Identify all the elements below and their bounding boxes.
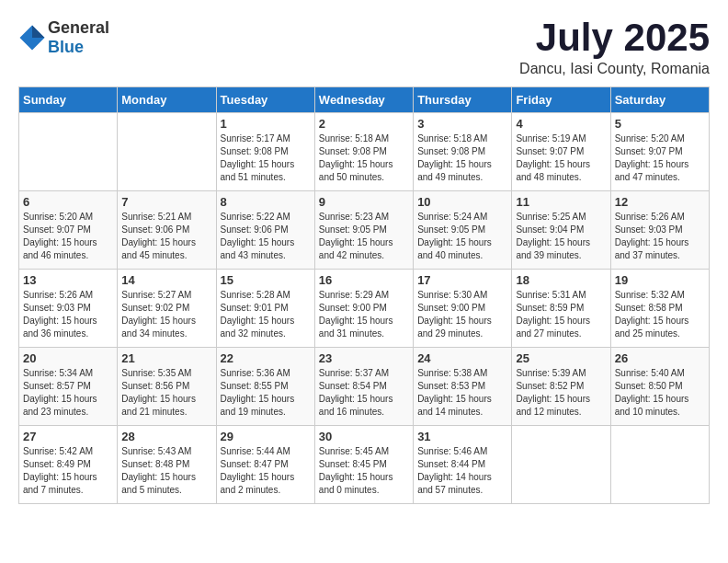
- day-number: 8: [221, 195, 311, 209]
- calendar-table: SundayMondayTuesdayWednesdayThursdayFrid…: [18, 86, 710, 504]
- calendar-cell: 16Sunrise: 5:29 AM Sunset: 9:00 PM Dayli…: [314, 270, 413, 348]
- svg-marker-1: [32, 26, 45, 39]
- calendar-cell: 22Sunrise: 5:36 AM Sunset: 8:55 PM Dayli…: [216, 348, 314, 426]
- day-number: 7: [121, 195, 211, 209]
- day-number: 6: [23, 195, 113, 209]
- week-row-3: 20Sunrise: 5:34 AM Sunset: 8:57 PM Dayli…: [19, 348, 710, 426]
- calendar-cell: 5Sunrise: 5:20 AM Sunset: 9:07 PM Daylig…: [610, 113, 709, 191]
- cell-info: Sunrise: 5:19 AM Sunset: 9:07 PM Dayligh…: [516, 132, 606, 184]
- calendar-cell: 11Sunrise: 5:25 AM Sunset: 9:04 PM Dayli…: [512, 191, 610, 270]
- page-header: General Blue July 2025 Dancu, Iasi Count…: [18, 18, 710, 77]
- calendar-cell: [512, 426, 610, 504]
- day-number: 30: [319, 430, 409, 443]
- cell-info: Sunrise: 5:46 AM Sunset: 8:44 PM Dayligh…: [417, 445, 507, 497]
- calendar-cell: 13Sunrise: 5:26 AM Sunset: 9:03 PM Dayli…: [19, 270, 118, 348]
- logo-icon: [18, 24, 46, 52]
- day-number: 23: [319, 351, 409, 365]
- month-title: July 2025: [519, 18, 710, 57]
- calendar-cell: 8Sunrise: 5:22 AM Sunset: 9:06 PM Daylig…: [216, 191, 314, 270]
- logo: General Blue: [18, 18, 109, 57]
- cell-info: Sunrise: 5:43 AM Sunset: 8:48 PM Dayligh…: [121, 445, 211, 497]
- day-number: 10: [417, 195, 507, 209]
- calendar-cell: 26Sunrise: 5:40 AM Sunset: 8:50 PM Dayli…: [610, 348, 709, 426]
- calendar-cell: 19Sunrise: 5:32 AM Sunset: 8:58 PM Dayli…: [610, 270, 709, 348]
- header-monday: Monday: [118, 87, 216, 113]
- calendar-cell: 14Sunrise: 5:27 AM Sunset: 9:02 PM Dayli…: [118, 270, 216, 348]
- header-thursday: Thursday: [414, 87, 512, 113]
- cell-info: Sunrise: 5:27 AM Sunset: 9:02 PM Dayligh…: [121, 289, 211, 340]
- calendar-cell: 3Sunrise: 5:18 AM Sunset: 9:08 PM Daylig…: [414, 113, 512, 191]
- day-number: 31: [417, 430, 507, 443]
- calendar-cell: 12Sunrise: 5:26 AM Sunset: 9:03 PM Dayli…: [610, 191, 709, 270]
- cell-info: Sunrise: 5:36 AM Sunset: 8:55 PM Dayligh…: [221, 367, 311, 419]
- calendar-cell: 18Sunrise: 5:31 AM Sunset: 8:59 PM Dayli…: [512, 270, 610, 348]
- day-number: 13: [23, 273, 113, 287]
- day-number: 5: [615, 117, 705, 131]
- cell-info: Sunrise: 5:35 AM Sunset: 8:56 PM Dayligh…: [121, 367, 211, 419]
- calendar-cell: 28Sunrise: 5:43 AM Sunset: 8:48 PM Dayli…: [118, 426, 216, 504]
- day-number: 24: [417, 351, 507, 365]
- cell-info: Sunrise: 5:31 AM Sunset: 8:59 PM Dayligh…: [516, 289, 606, 340]
- calendar-cell: 2Sunrise: 5:18 AM Sunset: 9:08 PM Daylig…: [314, 113, 413, 191]
- calendar-cell: 25Sunrise: 5:39 AM Sunset: 8:52 PM Dayli…: [512, 348, 610, 426]
- cell-info: Sunrise: 5:30 AM Sunset: 9:00 PM Dayligh…: [417, 289, 507, 340]
- cell-info: Sunrise: 5:20 AM Sunset: 9:07 PM Dayligh…: [23, 211, 113, 262]
- calendar-cell: 15Sunrise: 5:28 AM Sunset: 9:01 PM Dayli…: [216, 270, 314, 348]
- cell-info: Sunrise: 5:32 AM Sunset: 8:58 PM Dayligh…: [615, 289, 705, 340]
- calendar-cell: 10Sunrise: 5:24 AM Sunset: 9:05 PM Dayli…: [414, 191, 512, 270]
- cell-info: Sunrise: 5:39 AM Sunset: 8:52 PM Dayligh…: [516, 367, 606, 419]
- calendar-cell: 17Sunrise: 5:30 AM Sunset: 9:00 PM Dayli…: [414, 270, 512, 348]
- day-number: 19: [615, 273, 705, 287]
- day-number: 15: [221, 273, 311, 287]
- calendar-cell: [19, 113, 118, 191]
- calendar-cell: 24Sunrise: 5:38 AM Sunset: 8:53 PM Dayli…: [414, 348, 512, 426]
- calendar-cell: 1Sunrise: 5:17 AM Sunset: 9:08 PM Daylig…: [216, 113, 314, 191]
- calendar-cell: 4Sunrise: 5:19 AM Sunset: 9:07 PM Daylig…: [512, 113, 610, 191]
- calendar-cell: 31Sunrise: 5:46 AM Sunset: 8:44 PM Dayli…: [414, 426, 512, 504]
- cell-info: Sunrise: 5:24 AM Sunset: 9:05 PM Dayligh…: [417, 211, 507, 262]
- header-saturday: Saturday: [610, 87, 709, 113]
- cell-info: Sunrise: 5:40 AM Sunset: 8:50 PM Dayligh…: [615, 367, 705, 419]
- location-subtitle: Dancu, Iasi County, Romania: [519, 61, 710, 77]
- cell-info: Sunrise: 5:23 AM Sunset: 9:05 PM Dayligh…: [319, 211, 409, 262]
- week-row-4: 27Sunrise: 5:42 AM Sunset: 8:49 PM Dayli…: [19, 426, 710, 504]
- calendar-body: 1Sunrise: 5:17 AM Sunset: 9:08 PM Daylig…: [19, 113, 710, 504]
- header-friday: Friday: [512, 87, 610, 113]
- calendar-cell: [610, 426, 709, 504]
- day-number: 16: [319, 273, 409, 287]
- cell-info: Sunrise: 5:44 AM Sunset: 8:47 PM Dayligh…: [221, 445, 311, 497]
- calendar-cell: 9Sunrise: 5:23 AM Sunset: 9:05 PM Daylig…: [314, 191, 413, 270]
- cell-info: Sunrise: 5:26 AM Sunset: 9:03 PM Dayligh…: [615, 211, 705, 262]
- calendar-cell: 6Sunrise: 5:20 AM Sunset: 9:07 PM Daylig…: [19, 191, 118, 270]
- day-number: 22: [221, 351, 311, 365]
- day-number: 29: [221, 430, 311, 443]
- cell-info: Sunrise: 5:20 AM Sunset: 9:07 PM Dayligh…: [615, 132, 705, 184]
- day-number: 1: [221, 117, 311, 131]
- calendar-cell: 30Sunrise: 5:45 AM Sunset: 8:45 PM Dayli…: [314, 426, 413, 504]
- calendar-cell: 27Sunrise: 5:42 AM Sunset: 8:49 PM Dayli…: [19, 426, 118, 504]
- header-sunday: Sunday: [19, 87, 118, 113]
- calendar-header-row: SundayMondayTuesdayWednesdayThursdayFrid…: [19, 87, 710, 113]
- day-number: 18: [516, 273, 606, 287]
- cell-info: Sunrise: 5:34 AM Sunset: 8:57 PM Dayligh…: [23, 367, 113, 419]
- day-number: 27: [23, 430, 113, 443]
- header-tuesday: Tuesday: [216, 87, 314, 113]
- cell-info: Sunrise: 5:18 AM Sunset: 9:08 PM Dayligh…: [319, 132, 409, 184]
- cell-info: Sunrise: 5:21 AM Sunset: 9:06 PM Dayligh…: [121, 211, 211, 262]
- calendar-cell: 29Sunrise: 5:44 AM Sunset: 8:47 PM Dayli…: [216, 426, 314, 504]
- title-block: July 2025 Dancu, Iasi County, Romania: [519, 18, 710, 77]
- calendar-cell: 7Sunrise: 5:21 AM Sunset: 9:06 PM Daylig…: [118, 191, 216, 270]
- day-number: 14: [121, 273, 211, 287]
- day-number: 2: [319, 117, 409, 131]
- calendar-cell: [118, 113, 216, 191]
- header-wednesday: Wednesday: [314, 87, 413, 113]
- day-number: 26: [615, 351, 705, 365]
- cell-info: Sunrise: 5:45 AM Sunset: 8:45 PM Dayligh…: [319, 445, 409, 497]
- cell-info: Sunrise: 5:26 AM Sunset: 9:03 PM Dayligh…: [23, 289, 113, 340]
- cell-info: Sunrise: 5:18 AM Sunset: 9:08 PM Dayligh…: [417, 132, 507, 184]
- cell-info: Sunrise: 5:17 AM Sunset: 9:08 PM Dayligh…: [221, 132, 311, 184]
- calendar-cell: 23Sunrise: 5:37 AM Sunset: 8:54 PM Dayli…: [314, 348, 413, 426]
- day-number: 9: [319, 195, 409, 209]
- day-number: 17: [417, 273, 507, 287]
- week-row-1: 6Sunrise: 5:20 AM Sunset: 9:07 PM Daylig…: [19, 191, 710, 270]
